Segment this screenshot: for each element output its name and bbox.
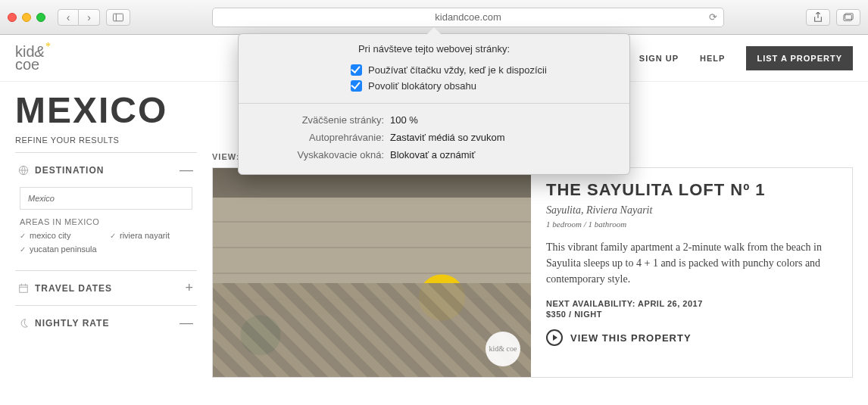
reload-button[interactable]: ⟳ — [709, 11, 717, 23]
listing-info: THE SAYULITA LOFT Nº 1 Sayulita, Riviera… — [531, 168, 852, 377]
areas-list: mexico city riviera nayarit yucatan peni… — [20, 231, 192, 254]
listing-price: $350 / NIGHT — [546, 310, 837, 319]
share-button[interactable] — [806, 9, 830, 26]
view-property-button[interactable]: VIEW THIS PROPERTY — [546, 329, 837, 346]
view-property-label: VIEW THIS PROPERTY — [570, 332, 692, 344]
tabs-icon — [843, 12, 854, 23]
nav-help[interactable]: HELP — [700, 54, 725, 63]
sidebar-icon — [113, 12, 123, 23]
filter-destination-header[interactable]: DESTINATION — — [18, 162, 194, 178]
minimize-window-button[interactable] — [22, 13, 31, 22]
destination-input[interactable]: Mexico — [20, 187, 192, 210]
logo-line2: coe — [15, 56, 39, 73]
filter-destination: DESTINATION — Mexico AREAS IN MEXICO mex… — [15, 152, 197, 270]
fullscreen-window-button[interactable] — [36, 13, 45, 22]
zoom-row[interactable]: Zväčšenie stránky: 100 % — [239, 111, 629, 129]
results-content: VIEW: A kid& coe THE SAYULITA LOFT Nº 1 … — [212, 152, 853, 378]
reader-checkbox-row[interactable]: Používať čítačku vždy, keď je k dispozíc… — [239, 62, 629, 78]
address-bar[interactable]: kidandcoe.com ⟳ — [212, 8, 724, 27]
close-window-button[interactable] — [8, 13, 17, 22]
autoplay-value: Zastaviť médiá so zvukom — [390, 132, 505, 143]
filter-nightly-rate: NIGHTLY RATE — — [15, 305, 197, 340]
filter-rate-label: NIGHTLY RATE — [35, 318, 109, 329]
domain-text: kidandcoe.com — [435, 11, 501, 23]
window-controls — [8, 13, 45, 22]
filter-dates-label: TRAVEL DATES — [35, 283, 112, 294]
listing-title: THE SAYULITA LOFT Nº 1 — [546, 180, 837, 200]
svg-rect-0 — [113, 14, 123, 21]
zoom-label: Zväčšenie stránky: — [239, 114, 390, 126]
collapse-icon: — — [180, 162, 194, 178]
view-label: VIEW: — [212, 152, 240, 161]
logo[interactable]: kid&coe — [15, 45, 45, 71]
reader-checkbox-label: Používať čítačku vždy, keď je k dispozíc… — [368, 64, 547, 76]
listing-image[interactable]: kid& coe — [213, 168, 531, 377]
back-button[interactable]: ‹ — [58, 9, 79, 26]
nav-signup[interactable]: SIGN UP — [639, 54, 679, 63]
filter-rate-header[interactable]: NIGHTLY RATE — — [18, 315, 194, 331]
moon-icon — [18, 318, 29, 329]
site-settings-popover: Pri návšteve tejto webovej stránky: Použ… — [238, 33, 630, 175]
filter-travel-dates: TRAVEL DATES + — [15, 270, 197, 305]
content-blockers-label: Povoliť blokátory obsahu — [368, 80, 476, 92]
listing-location: Sayulita, Riviera Nayarit — [546, 204, 837, 217]
popups-value: Blokovať a oznámiť — [390, 149, 475, 160]
room-photo — [213, 168, 531, 377]
popover-settings-grid: Zväčšenie stránky: 100 % Autoprehrávanie… — [239, 104, 629, 174]
listing-availability: NEXT AVAILABILITY: APRIL 26, 2017 — [546, 299, 837, 308]
brand-badge: kid& coe — [486, 332, 520, 366]
sidebar-toggle-button[interactable] — [106, 9, 130, 26]
expand-icon: + — [185, 280, 194, 296]
calendar-icon — [18, 283, 29, 294]
popups-row[interactable]: Vyskakovacie okná: Blokovať a oznámiť — [239, 146, 629, 164]
share-icon — [813, 12, 823, 23]
collapse-icon: — — [180, 315, 194, 331]
checkbox-checked-icon[interactable] — [351, 80, 362, 92]
main-area: DESTINATION — Mexico AREAS IN MEXICO mex… — [0, 152, 868, 378]
popover-title: Pri návšteve tejto webovej stránky: — [239, 34, 629, 62]
area-checkbox[interactable]: mexico city — [20, 231, 102, 240]
listing-card[interactable]: kid& coe THE SAYULITA LOFT Nº 1 Sayulita… — [212, 167, 853, 378]
list-property-button[interactable]: LIST A PROPERTY — [746, 46, 853, 70]
autoplay-label: Autoprehrávanie: — [239, 132, 390, 143]
area-checkbox[interactable]: yucatan peninsula — [20, 245, 102, 254]
filter-dates-header[interactable]: TRAVEL DATES + — [18, 280, 194, 296]
filters-sidebar: DESTINATION — Mexico AREAS IN MEXICO mex… — [15, 152, 197, 378]
nav-buttons: ‹ › — [58, 9, 100, 26]
tabs-button[interactable] — [836, 9, 860, 26]
right-toolbar — [806, 9, 860, 26]
area-checkbox[interactable]: riviera nayarit — [110, 231, 192, 240]
svg-rect-5 — [20, 285, 28, 292]
autoplay-row[interactable]: Autoprehrávanie: Zastaviť médiá so zvuko… — [239, 129, 629, 146]
globe-icon — [18, 165, 29, 176]
popups-label: Vyskakovacie okná: — [239, 149, 390, 160]
listing-description: This vibrant family apartment a 2-minute… — [546, 239, 837, 287]
filter-destination-label: DESTINATION — [35, 165, 104, 176]
popover-checkboxes: Používať čítačku vždy, keď je k dispozíc… — [239, 62, 629, 103]
content-blockers-checkbox-row[interactable]: Povoliť blokátory obsahu — [239, 78, 629, 94]
forward-button[interactable]: › — [79, 9, 100, 26]
checkbox-checked-icon[interactable] — [351, 64, 362, 76]
zoom-value: 100 % — [390, 114, 418, 126]
play-icon — [546, 329, 563, 346]
areas-label: AREAS IN MEXICO — [20, 217, 192, 226]
listing-rooms: 1 bedroom / 1 bathroom — [546, 220, 837, 229]
